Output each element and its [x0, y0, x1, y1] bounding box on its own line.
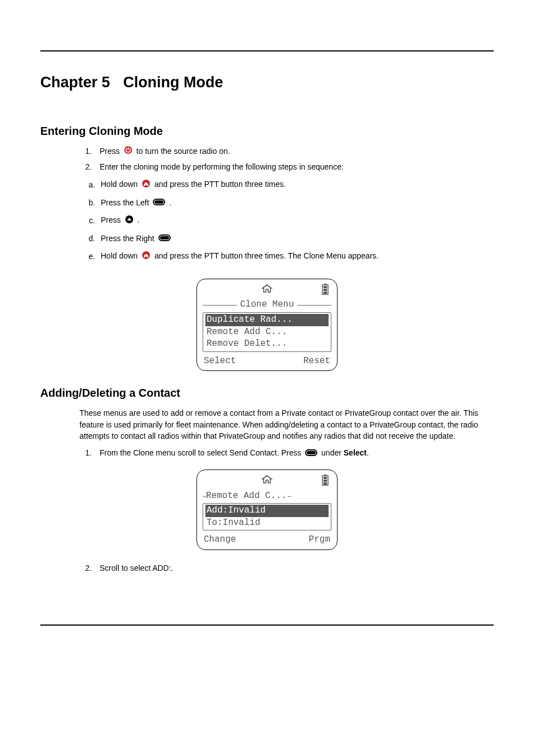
- svg-rect-3: [154, 200, 163, 204]
- house-icon: [261, 475, 273, 488]
- home-icon: [142, 179, 151, 191]
- up-arrow-icon: [125, 215, 134, 227]
- section2-body: These menus are used to add or remove a …: [79, 407, 494, 442]
- softkey-right: Reset: [303, 355, 330, 368]
- softkey-icon: [305, 448, 317, 459]
- screen-clone-menu: Clone Menu Duplicate Rad... Remote Add C…: [40, 279, 494, 372]
- svg-rect-18: [324, 480, 327, 482]
- house-icon: [261, 284, 273, 297]
- menu-item: Remove Delet...: [205, 338, 329, 350]
- svg-rect-6: [160, 236, 169, 240]
- softkey-left: Select: [204, 355, 236, 368]
- substep-d: d. Press the Right: [83, 233, 494, 245]
- substep-a: a. Hold down and press the PTT button th…: [83, 179, 494, 191]
- screen-remote-add: Remote Add C... Add:Invalid To:Invalid C…: [40, 469, 494, 550]
- chapter-name: Cloning Mode: [123, 74, 223, 91]
- substep-b: b. Press the Left .: [83, 197, 494, 209]
- svg-rect-11: [324, 289, 327, 291]
- softkey-left: Change: [204, 534, 236, 546]
- menu-item: Remote Add C...: [205, 326, 329, 339]
- step-text: Press to turn the source radio on.: [100, 145, 230, 158]
- battery-icon: [321, 284, 329, 299]
- battery-icon: [321, 475, 329, 490]
- top-rule: [40, 50, 494, 51]
- step-text: Enter the cloning mode by performing the…: [100, 162, 344, 171]
- screen-title: Clone Menu: [237, 299, 297, 311]
- page: Chapter 5 Cloning Mode Entering Cloning …: [0, 0, 534, 659]
- svg-rect-12: [324, 292, 327, 294]
- substep-e: e. Hold down and press the PTT button th…: [83, 250, 494, 262]
- section-heading-entering: Entering Cloning Mode: [40, 125, 494, 138]
- step-2: 2. Enter the cloning mode by performing …: [79, 161, 494, 268]
- chapter-prefix: Chapter 5: [40, 74, 110, 91]
- home-icon: [142, 251, 151, 263]
- substep-c: c. Press .: [83, 214, 494, 227]
- s2-step-1: 1. From the Clone menu scroll to select …: [79, 447, 494, 459]
- s2-step-2: 2. Scroll to select ADD:.: [79, 562, 494, 574]
- steps-block-1: 1. Press to turn the source radio on. 2.…: [40, 145, 494, 269]
- menu-item-selected: Duplicate Rad...: [205, 314, 329, 326]
- svg-rect-19: [324, 482, 327, 485]
- softkey-icon: [153, 197, 165, 209]
- step-num: 1.: [79, 145, 92, 157]
- step-1: 1. Press to turn the source radio on.: [79, 145, 494, 158]
- section2-body-block: These menus are used to add or remove a …: [40, 407, 494, 459]
- step-num: 2.: [79, 161, 92, 173]
- softkey-right: Prgm: [309, 534, 330, 546]
- svg-rect-14: [307, 451, 316, 454]
- menu-item: To:Invalid: [205, 517, 329, 529]
- section-heading-adding: Adding/Deleting a Contact: [40, 387, 494, 400]
- chapter-title: Chapter 5 Cloning Mode: [40, 74, 494, 91]
- svg-rect-17: [324, 477, 327, 479]
- power-icon: [124, 145, 133, 158]
- screen-title: Remote Add C...: [206, 490, 288, 503]
- softkey-icon: [158, 233, 171, 245]
- bottom-rule: [40, 624, 494, 626]
- svg-rect-10: [324, 286, 327, 288]
- menu-item-selected: Add:Invalid: [205, 505, 329, 517]
